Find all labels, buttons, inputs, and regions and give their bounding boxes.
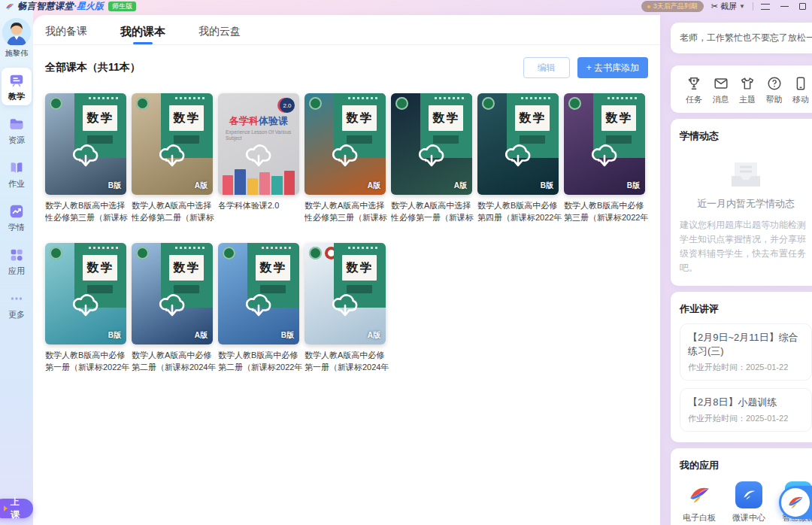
download-icon[interactable] bbox=[589, 141, 620, 173]
start-class-icon bbox=[4, 505, 8, 511]
book-card[interactable]: 数学 A版 数学人教A版高中选择性必修第一册（新课标 bbox=[391, 93, 472, 223]
quick-icons-card: 任务消息主题帮助移动 bbox=[671, 65, 812, 113]
chart-icon bbox=[2, 203, 32, 220]
publisher-badge-icon bbox=[223, 247, 235, 259]
assistant-float-button[interactable] bbox=[779, 486, 812, 519]
book-cover[interactable]: 数学 B版 bbox=[45, 93, 126, 195]
homework-review-title: 作业讲评 bbox=[680, 302, 812, 316]
window-menu-icon[interactable] bbox=[761, 4, 770, 10]
quick-消息[interactable]: 消息 bbox=[708, 75, 734, 105]
trophy-icon bbox=[681, 75, 707, 92]
book-cover[interactable]: 数学 B版 bbox=[564, 93, 645, 195]
quick-帮助[interactable]: 帮助 bbox=[762, 75, 787, 105]
book-cover[interactable]: 数学 A版 bbox=[132, 243, 213, 344]
book-card[interactable]: 数学 A版 数学人教A版高中选择性必修第二册（新课标 bbox=[132, 93, 213, 223]
book-title: 数学人教A版高中必修第二册（新课标2024年 bbox=[132, 349, 217, 373]
publisher-badge-icon bbox=[395, 97, 408, 110]
book-card[interactable]: 数学 A版 数学人教A版高中必修第一册（新课标2024年 bbox=[304, 243, 386, 373]
publisher-badge-icon bbox=[568, 97, 581, 110]
book-card[interactable]: 数学 B版 数学人教B版高中必修第二册（新课标2022年更 bbox=[218, 243, 299, 373]
homework-start-time: 作业开始时间：2025-01-22 bbox=[688, 362, 804, 373]
quick-主题[interactable]: 主题 bbox=[735, 75, 760, 105]
sidebar-item-应用[interactable]: 应用 bbox=[2, 242, 32, 280]
download-icon[interactable] bbox=[243, 291, 274, 323]
book-card[interactable]: 数学 A版 数学人教A版高中选择性必修第三册（新课标 bbox=[304, 93, 386, 223]
sidebar-item-教学[interactable]: 教学 bbox=[2, 68, 32, 105]
book-cover[interactable]: 2.0 各学科体验课 Experience Lesson Of Various … bbox=[218, 93, 299, 195]
section-title: 全部课本（共11本） bbox=[45, 61, 141, 74]
download-icon[interactable] bbox=[502, 141, 534, 173]
more-icon bbox=[2, 290, 32, 307]
book-cover[interactable]: 数学 A版 bbox=[304, 93, 386, 195]
publisher-badge-icon bbox=[309, 247, 322, 259]
mail-icon bbox=[708, 75, 734, 92]
book-card[interactable]: 2.0 各学科体验课 Experience Lesson Of Various … bbox=[218, 93, 299, 223]
sidebar-item-更多[interactable]: 更多 bbox=[2, 286, 32, 323]
homework-review-card: 作业讲评 【2月9日~2月11日】综合练习(三)作业开始时间：2025-01-2… bbox=[671, 292, 812, 442]
cover-subject-label: 数学 bbox=[342, 255, 377, 281]
maximize-icon[interactable] bbox=[799, 3, 806, 10]
book-title: 数学人教B版高中选择性必修第三册（新课标 bbox=[45, 199, 131, 223]
cover-subject-label: 数学 bbox=[169, 255, 204, 281]
edit-button[interactable]: 编辑 bbox=[523, 57, 570, 78]
avatar-image-icon bbox=[2, 18, 31, 47]
empty-state-desc: 建议您利用题库出题等功能检测学生知识点掌握情况，并分享班级资料辅导学生，快去布置… bbox=[680, 218, 812, 275]
download-icon[interactable] bbox=[416, 141, 447, 173]
book-card[interactable]: 数学 A版 数学人教A版高中必修第二册（新课标2024年 bbox=[132, 243, 213, 373]
expiry-badge: 3天后产品到期 bbox=[641, 1, 704, 12]
book-cover[interactable]: 数学 A版 bbox=[391, 93, 472, 195]
publisher-badge-icon bbox=[309, 97, 322, 110]
start-class-button[interactable]: 上课 bbox=[0, 499, 33, 518]
book-cover[interactable]: 数学 B版 bbox=[45, 243, 126, 344]
book-card[interactable]: 数学 B版 数学人教B版高中选择性必修第三册（新课标 bbox=[45, 93, 126, 223]
download-icon[interactable] bbox=[70, 141, 102, 173]
minimize-icon[interactable] bbox=[780, 6, 789, 8]
book-title: 数学人教A版高中必修第一册（新课标2024年 bbox=[304, 349, 390, 373]
tab-my-prep[interactable]: 我的备课 bbox=[45, 25, 87, 44]
apps-icon bbox=[2, 247, 32, 263]
bird-icon bbox=[686, 481, 713, 508]
download-icon[interactable] bbox=[329, 291, 361, 323]
version-2-badge: 2.0 bbox=[280, 98, 295, 113]
book-cover[interactable]: 数学 B版 bbox=[477, 93, 559, 195]
download-icon[interactable] bbox=[70, 291, 102, 323]
sidebar-item-资源[interactable]: 资源 bbox=[2, 111, 32, 149]
expiry-dot-icon bbox=[647, 5, 650, 8]
right-panel: 老师，工作繁忙也不要忘了放松一下哦 任务消息主题帮助移动 学情动态 近一月内暂无… bbox=[671, 23, 812, 525]
app-电子白板[interactable]: 电子白板 bbox=[683, 481, 716, 523]
book-cover[interactable]: 数学 B版 bbox=[218, 243, 299, 344]
add-from-library-button[interactable]: + 去书库添加 bbox=[577, 57, 648, 78]
edition-label: A版 bbox=[195, 330, 208, 341]
quick-移动[interactable]: 移动 bbox=[788, 75, 812, 105]
sidebar-item-学情[interactable]: 学情 bbox=[2, 199, 32, 236]
tab-my-textbooks[interactable]: 我的课本 bbox=[120, 25, 165, 44]
download-icon[interactable] bbox=[243, 141, 274, 173]
book-title: 数学人教A版高中选择性必修第一册（新课标 bbox=[391, 199, 477, 223]
download-icon[interactable] bbox=[329, 141, 361, 173]
homework-item[interactable]: 【2月9日~2月11日】综合练习(三)作业开始时间：2025-01-22 bbox=[680, 323, 812, 381]
download-icon[interactable] bbox=[156, 141, 188, 173]
publisher-badge-icon bbox=[136, 247, 149, 259]
book-title: 数学人教B版高中必修第一册（新课标2022年更 bbox=[45, 349, 131, 373]
edition-label: A版 bbox=[195, 181, 208, 191]
tab-my-cloud[interactable]: 我的云盘 bbox=[198, 25, 241, 44]
book-title: 数学人教B版高中必修第四册（新课标2022年更 bbox=[477, 199, 563, 223]
edition-label: A版 bbox=[454, 181, 467, 191]
book-card[interactable]: 数学 B版 数学人教B版高中必修第一册（新课标2022年更 bbox=[45, 243, 126, 373]
app-edition: ·星火版 bbox=[74, 0, 104, 13]
book-cover[interactable]: 数学 A版 bbox=[304, 243, 386, 344]
app-微课中心[interactable]: 微课中心 bbox=[732, 481, 765, 523]
cover-subject-label: 数学 bbox=[601, 105, 636, 131]
book-card[interactable]: 数学 B版 数学人教B版高中必修第三册（新课标2022年更 bbox=[564, 93, 645, 223]
quick-任务[interactable]: 任务 bbox=[681, 75, 707, 105]
book-card[interactable]: 数学 B版 数学人教B版高中必修第四册（新课标2022年更 bbox=[477, 93, 559, 223]
screenshot-button[interactable]: ✂截屏▼ bbox=[711, 1, 745, 12]
book-cover[interactable]: 数学 A版 bbox=[132, 93, 213, 195]
homework-item[interactable]: 【2月8日】小题训练作业开始时间：2025-01-22 bbox=[680, 388, 812, 432]
edition-label: A版 bbox=[368, 330, 380, 341]
empty-inbox-icon bbox=[729, 159, 763, 190]
sidebar-item-作业[interactable]: 作业 bbox=[2, 155, 32, 193]
download-icon[interactable] bbox=[156, 291, 188, 323]
cover-subject-label: 数学 bbox=[83, 255, 117, 281]
avatar[interactable] bbox=[2, 18, 31, 47]
